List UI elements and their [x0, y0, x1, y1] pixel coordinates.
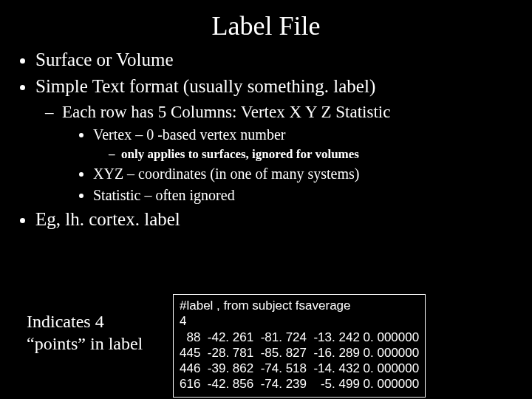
bullet-item: Statistic – often ignored — [93, 185, 517, 205]
slide: Label File Surface or Volume Simple Text… — [0, 0, 532, 399]
bullet-sublist: Each row has 5 Columns: Vertex X Y Z Sta… — [43, 100, 517, 206]
code-line: 445 -28. 781 -85. 827 -16. 289 0. 000000 — [180, 346, 419, 360]
code-line: 616 -42. 856 -74. 239 -5. 499 0. 000000 — [180, 377, 419, 391]
bullet-item: Surface or Volume — [35, 47, 517, 72]
bullet-item: XYZ – coordinates (in one of many system… — [93, 164, 517, 184]
code-line: 4 — [180, 314, 186, 328]
footer-row: Indicates 4 “points” in label #label , f… — [27, 294, 426, 398]
bullet-item: Simple Text format (usually something. l… — [35, 74, 517, 206]
code-line: 446 -39. 862 -74. 518 -14. 432 0. 000000 — [180, 361, 419, 375]
bullet-list: Surface or Volume Simple Text format (us… — [19, 47, 517, 232]
example-caption: Indicates 4 “points” in label — [27, 294, 167, 355]
bullet-item: Vertex – 0 -based vertex number only app… — [93, 125, 517, 163]
bullet-item: only applies to surfaces, ignored for vo… — [121, 146, 517, 163]
bullet-text: Simple Text format (usually something. l… — [35, 76, 375, 96]
bullet-sublist: Vertex – 0 -based vertex number only app… — [74, 125, 517, 206]
bullet-item: Eg, lh. cortex. label — [35, 207, 517, 232]
bullet-text: Vertex – 0 -based vertex number — [93, 126, 285, 143]
code-line: #label , from subject fsaverage — [180, 299, 351, 313]
page-title: Label File — [15, 10, 517, 41]
bullet-text: Each row has 5 Columns: Vertex X Y Z Sta… — [62, 103, 390, 121]
bullet-sublist: only applies to surfaces, ignored for vo… — [103, 146, 517, 163]
example-codebox: #label , from subject fsaverage 4 88 -42… — [173, 294, 426, 398]
bullet-item: Each row has 5 Columns: Vertex X Y Z Sta… — [62, 100, 517, 206]
code-line: 88 -42. 261 -81. 724 -13. 242 0. 000000 — [180, 330, 419, 344]
